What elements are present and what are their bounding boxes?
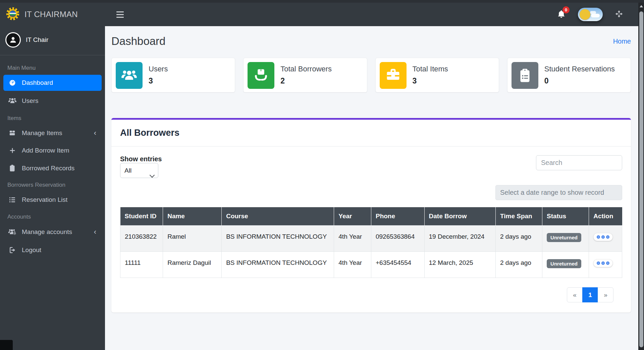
sidebar-item-label: Manage accounts <box>22 228 72 236</box>
brand-title: IT CHAIRMAN <box>24 10 78 19</box>
sidebar-item-reservation-list[interactable]: Reservation List <box>3 192 102 208</box>
stat-value: 3 <box>413 76 448 85</box>
all-borrowers-title: All Borrowers <box>120 128 622 138</box>
breadcrumb-home-link[interactable]: Home <box>613 38 631 45</box>
stat-card-users: Users 3 <box>111 58 235 93</box>
row-actions-button[interactable] <box>593 233 613 241</box>
sidebar-section-accounts: Accounts <box>3 210 102 224</box>
pagination-prev-button[interactable]: « <box>567 287 583 302</box>
fullscreen-button[interactable] <box>615 10 623 19</box>
vertical-scrollbar[interactable] <box>638 3 644 350</box>
sidebar-section-items: Items <box>3 111 102 125</box>
stat-value: 2 <box>280 76 332 85</box>
cell-student-id: 210363822 <box>120 226 163 252</box>
status-badge: Unreturned <box>547 233 581 242</box>
col-student-id: Student ID <box>120 207 163 226</box>
borrowers-table: Student ID Name Course Year Phone Date B… <box>120 207 622 278</box>
hand-holding-box-icon <box>248 62 274 89</box>
user-name: IT Chair <box>26 36 48 44</box>
day-night-toggle[interactable] <box>578 8 603 21</box>
sidebar-item-label: Add Borrow Item <box>22 147 69 154</box>
stat-label: Total Items <box>413 65 448 73</box>
ellipsis-dot <box>601 261 605 265</box>
ellipsis-dot <box>601 235 605 239</box>
row-actions-button[interactable] <box>593 259 613 267</box>
ellipsis-dot <box>597 261 600 265</box>
col-action: Action <box>589 207 622 226</box>
ellipsis-dot <box>597 235 600 239</box>
sidebar-item-dashboard[interactable]: Dashboard <box>3 75 102 91</box>
brand[interactable]: IT CHAIRMAN <box>0 3 105 26</box>
col-course: Course <box>222 207 334 226</box>
list-icon <box>8 196 17 204</box>
users-icon <box>116 62 143 89</box>
sidebar-section-main-menu: Main Menu <box>3 61 102 75</box>
show-entries-label: Show entries <box>120 155 162 163</box>
window-top-strip <box>0 0 644 3</box>
scrollbar-thumb[interactable] <box>639 11 643 347</box>
entries-select-wrap: All <box>120 168 158 174</box>
cell-year: 4th Year <box>334 226 371 252</box>
table-row: 210363822 Ramel BS INFORMATION TECHNOLOG… <box>120 226 622 252</box>
clipboard-icon <box>8 164 17 172</box>
stat-label: Users <box>149 65 168 73</box>
stat-label: Student Reservations <box>544 65 615 73</box>
sidebar-item-logout[interactable]: Logout <box>3 242 102 258</box>
logout-icon <box>8 246 17 254</box>
pagination: « 1 » <box>120 287 613 302</box>
sidebar: IT CHAIRMAN IT Chair Main Menu <box>0 3 105 350</box>
col-year: Year <box>334 207 371 226</box>
hamburger-icon[interactable] <box>116 11 124 18</box>
sidebar-item-label: Reservation List <box>22 196 67 203</box>
screen-corner-artifact <box>0 340 13 350</box>
sidebar-item-label: Logout <box>22 246 41 254</box>
cloud-shape <box>591 14 600 17</box>
page-title: Dashboard <box>111 35 165 48</box>
stat-cards-row: Users 3 <box>111 58 631 93</box>
col-status: Status <box>542 207 589 226</box>
pagination-page-1[interactable]: 1 <box>582 287 598 302</box>
sidebar-item-users[interactable]: Users <box>3 93 102 109</box>
scroll-up-arrow-icon[interactable] <box>638 3 644 10</box>
cell-name: Ramel <box>163 226 222 252</box>
date-range-input[interactable] <box>495 185 622 200</box>
cloud-shape <box>590 11 596 14</box>
clipboard-list-icon <box>512 62 538 89</box>
sidebar-nav: Main Menu Dashboard <box>0 55 105 258</box>
tachometer-icon <box>8 79 17 87</box>
bell-icon <box>557 14 566 19</box>
search-input[interactable] <box>536 155 622 170</box>
expand-icon <box>615 10 623 19</box>
sidebar-item-borrowed-records[interactable]: Borrowed Records <box>3 160 102 176</box>
content-area: Dashboard Home <box>105 26 644 350</box>
cell-year: 4th Year <box>334 252 371 278</box>
cell-time-span: 2 days ago <box>495 226 542 252</box>
entries-select[interactable]: All <box>120 163 158 178</box>
stat-card-total-borrowers: Total Borrowers 2 <box>243 58 367 93</box>
ellipsis-dot <box>606 235 609 239</box>
sidebar-item-label: Users <box>22 97 39 105</box>
cell-course: BS INFORMATION TECHNOLOGY <box>222 252 334 278</box>
sidebar-item-label: Manage Items <box>22 129 62 137</box>
sun-knob <box>580 9 590 20</box>
notifications-button[interactable]: 0 <box>557 9 566 20</box>
top-navbar: 0 <box>105 3 644 26</box>
stat-card-student-reservations: Student Reservations 0 <box>507 58 631 93</box>
cell-date-borrow: 19 December, 2024 <box>424 226 495 252</box>
stat-card-total-items: Total Items 3 <box>375 58 499 93</box>
pagination-next-button[interactable]: » <box>598 287 613 302</box>
sidebar-item-manage-accounts[interactable]: Manage accounts ‹ <box>3 224 102 240</box>
cell-course: BS INFORMATION TECHNOLOGY <box>222 226 334 252</box>
sidebar-section-borrowers-reservation: Borrowers Reservation <box>3 178 102 192</box>
cell-name: Rameriz Daguil <box>163 252 222 278</box>
status-badge: Unreturned <box>547 259 581 268</box>
plus-icon <box>8 147 17 155</box>
box-icon <box>8 129 17 137</box>
cell-phone: 09265363864 <box>371 226 424 252</box>
users-gear-icon <box>8 228 17 236</box>
sidebar-item-add-borrow-item[interactable]: Add Borrow Item <box>3 142 102 159</box>
cell-student-id: 11111 <box>120 252 163 278</box>
sidebar-item-manage-items[interactable]: Manage Items ‹ <box>3 125 102 141</box>
user-panel[interactable]: IT Chair <box>0 26 105 55</box>
col-phone: Phone <box>371 207 424 226</box>
